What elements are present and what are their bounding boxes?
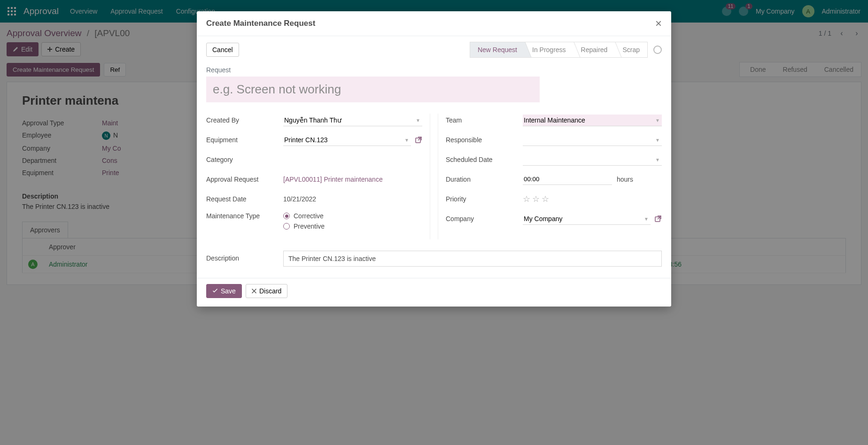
radio-off-icon [283, 223, 290, 230]
label-request-date: Request Date [206, 195, 283, 203]
star-icon[interactable]: ☆ [532, 194, 540, 204]
radio-on-icon [283, 213, 290, 219]
close-icon[interactable]: × [655, 18, 662, 29]
modal-title: Create Maintenance Request [206, 19, 315, 28]
scheduled-date-input[interactable] [523, 154, 662, 166]
step-in-progress[interactable]: In Progress [525, 42, 574, 58]
label-created-by: Created By [206, 116, 283, 124]
star-icon[interactable]: ☆ [523, 194, 530, 204]
label-equipment-m: Equipment [206, 136, 283, 144]
cancel-button[interactable]: Cancel [206, 43, 239, 57]
label-company-m: Company [446, 215, 523, 222]
discard-button[interactable]: Discard [246, 284, 287, 285]
label-scheduled-date: Scheduled Date [446, 156, 523, 163]
request-label: Request [206, 66, 662, 74]
kanban-status-steps: New Request In Progress Repaired Scrap [470, 42, 648, 58]
modal: Create Maintenance Request × Cancel New … [197, 11, 671, 285]
description-input[interactable]: The Printer CN.123 is inactive [283, 251, 662, 267]
label-maintenance-type: Maintenance Type [206, 212, 283, 220]
external-link-icon[interactable] [654, 215, 662, 222]
request-input[interactable] [206, 77, 540, 102]
label-team: Team [446, 116, 523, 124]
responsible-input[interactable] [523, 134, 662, 146]
label-approval-request-m: Approval Request [206, 176, 283, 183]
save-button[interactable]: Save [206, 284, 242, 285]
label-priority: Priority [446, 195, 523, 203]
duration-input[interactable] [523, 174, 612, 185]
radio-preventive[interactable]: Preventive [283, 222, 325, 230]
radio-corrective[interactable]: Corrective [283, 212, 325, 220]
created-by-input[interactable] [283, 115, 422, 126]
company-input[interactable] [523, 213, 651, 225]
label-category: Category [206, 156, 283, 163]
priority-stars[interactable]: ☆☆☆ [523, 194, 549, 204]
approval-request-link[interactable]: [APVL00011] Printer maintenance [283, 176, 383, 183]
request-date-value: 10/21/2022 [283, 195, 316, 203]
duration-unit: hours [617, 176, 633, 183]
label-description-m: Description [206, 251, 276, 267]
step-new-request[interactable]: New Request [470, 42, 525, 58]
star-icon[interactable]: ☆ [542, 194, 549, 204]
kanban-state-toggle[interactable] [653, 46, 662, 54]
external-link-icon[interactable] [415, 136, 422, 144]
label-responsible: Responsible [446, 136, 523, 144]
team-input[interactable] [523, 115, 662, 126]
equipment-input[interactable] [283, 134, 411, 146]
modal-overlay: Create Maintenance Request × Cancel New … [0, 0, 868, 285]
label-duration: Duration [446, 176, 523, 183]
